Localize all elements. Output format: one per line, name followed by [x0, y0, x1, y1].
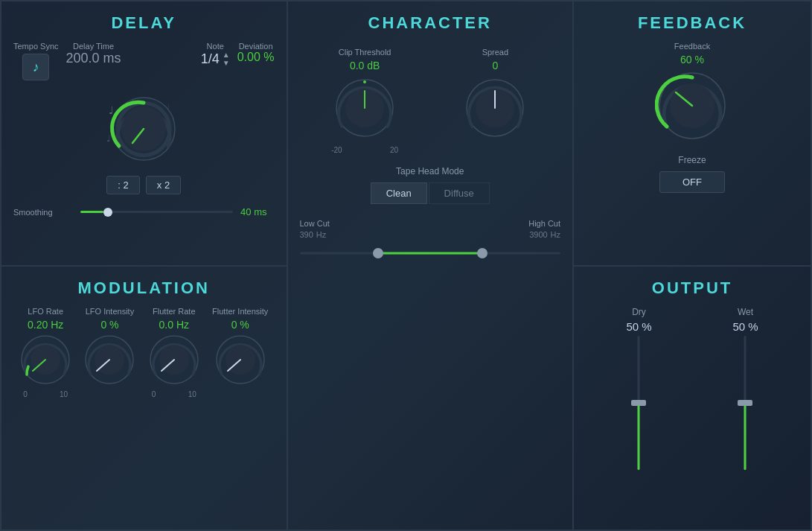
- wet-label: Wet: [738, 307, 753, 317]
- filter-slider[interactable]: [300, 246, 561, 261]
- mode-diffuse-button[interactable]: Diffuse: [429, 182, 490, 204]
- clip-threshold-group: Clip Threshold 0.0 dB -20 20: [331, 48, 398, 154]
- flutter-intensity-label: Flutter Intensity: [212, 307, 268, 316]
- feedback-value: 60 %: [680, 54, 704, 66]
- smoothing-slider[interactable]: [80, 211, 233, 213]
- lfo-intensity-knob[interactable]: [83, 334, 135, 386]
- tape-head-mode: Tape Head Mode Clean Diffuse: [300, 166, 561, 204]
- lfo-scale-max: 10: [60, 390, 68, 398]
- feedback-title: FEEDBACK: [586, 13, 799, 33]
- clip-threshold-label: Clip Threshold: [339, 48, 391, 57]
- modulation-title: MODULATION: [13, 279, 275, 298]
- mod-knobs: LFO Rate 0.20 Hz 0 10 LFO Int: [13, 307, 275, 398]
- deviation-section: Deviation 0.00 %: [237, 42, 275, 64]
- flutter-intensity-value: 0 %: [231, 319, 249, 331]
- lfo-rate-value: 0.20 Hz: [28, 319, 63, 331]
- clip-scale-max: 20: [390, 146, 398, 154]
- lfo-intensity-value: 0 %: [100, 319, 118, 331]
- modulation-panel: MODULATION LFO Rate 0.20 Hz 0 10: [1, 266, 287, 531]
- delay-main: ♩ ♪ ♩ 𝅗𝅥 𝅝 ♩: [13, 88, 275, 170]
- lfo-intensity-label: LFO Intensity: [86, 307, 134, 316]
- flutter-rate-knob[interactable]: [148, 334, 200, 386]
- clip-threshold-value: 0.0 dB: [350, 60, 380, 71]
- spread-label: Spread: [482, 48, 508, 57]
- divide-half-button[interactable]: : 2: [106, 176, 139, 194]
- tempo-sync-label: Tempo Sync: [13, 42, 59, 51]
- smoothing-label: Smoothing: [13, 208, 73, 217]
- delay-top: Tempo Sync ♪ Delay Time 200.0 ms Note 1/…: [13, 42, 275, 80]
- flutter-rate-scale: 0 10: [152, 390, 196, 398]
- high-cut-label: High Cut: [528, 219, 560, 228]
- feedback-knob[interactable]: [655, 69, 729, 143]
- lfo-rate-knob[interactable]: [19, 334, 71, 386]
- high-cut-handle[interactable]: [477, 248, 487, 258]
- plugin-container: DELAY Tempo Sync ♪ Delay Time 200.0 ms N…: [0, 0, 812, 531]
- output-panel: OUTPUT Dry 50 % Wet 50 %: [573, 266, 811, 531]
- low-cut-value: 390 Hz: [300, 228, 330, 240]
- note-arrows[interactable]: ▲▼: [223, 51, 230, 67]
- low-cut-group: Low Cut 390 Hz: [300, 219, 330, 240]
- output-faders: Dry 50 % Wet 50 %: [586, 307, 799, 470]
- delay-knob[interactable]: [103, 88, 185, 170]
- high-cut-value: 3900 Hz: [528, 228, 560, 240]
- tape-head-label: Tape Head Mode: [300, 166, 561, 177]
- note-value: 1/4 ▲▼: [201, 51, 230, 67]
- freeze-button[interactable]: OFF: [659, 171, 725, 193]
- dry-fader-handle[interactable]: [631, 400, 646, 406]
- music-note-icon: ♪: [33, 60, 39, 75]
- wet-fader-group: Wet 50 %: [732, 307, 758, 470]
- spread-knob[interactable]: [461, 74, 528, 142]
- high-cut-group: High Cut 3900 Hz: [528, 219, 560, 240]
- spread-value: 0: [492, 60, 498, 71]
- divide-buttons: : 2 x 2: [13, 176, 275, 194]
- smoothing-value: 40 ms: [240, 206, 266, 217]
- feedback-label: Feedback: [674, 42, 710, 51]
- output-title: OUTPUT: [586, 279, 799, 298]
- clip-scale: -20 20: [331, 146, 398, 154]
- flutter-rate-group: Flutter Rate 0.0 Hz 0 10: [148, 307, 200, 398]
- dry-label: Dry: [632, 307, 646, 317]
- freeze-label: Freeze: [678, 155, 706, 165]
- dry-fader-group: Dry 50 %: [626, 307, 651, 470]
- delay-time-value: 200.0 ms: [66, 51, 121, 66]
- note-section: Note 1/4 ▲▼: [201, 42, 230, 67]
- dry-value: 50 %: [626, 320, 651, 333]
- wet-fader[interactable]: [738, 336, 752, 470]
- deviation-label: Deviation: [239, 42, 273, 51]
- character-panel: CHARACTER Clip Threshold 0.0 dB -20 20: [287, 1, 574, 530]
- tempo-sync-button[interactable]: ♪: [22, 54, 49, 80]
- delay-title: DELAY: [13, 13, 275, 33]
- filter-section: Low Cut 390 Hz High Cut 3900 Hz: [300, 219, 561, 261]
- delay-time-section: Delay Time 200.0 ms: [66, 42, 121, 66]
- multiply-two-button[interactable]: x 2: [146, 176, 181, 194]
- mode-clean-button[interactable]: Clean: [371, 182, 427, 204]
- clip-threshold-knob[interactable]: [331, 74, 398, 142]
- flutter-scale-max: 10: [188, 390, 196, 398]
- wet-fader-handle[interactable]: [738, 400, 752, 406]
- flutter-rate-value: 0.0 Hz: [159, 319, 189, 331]
- low-cut-handle[interactable]: [373, 248, 383, 258]
- filter-row: Low Cut 390 Hz High Cut 3900 Hz: [300, 219, 561, 240]
- lfo-scale-min: 0: [23, 390, 28, 398]
- flutter-intensity-group: Flutter Intensity 0 %: [212, 307, 268, 386]
- delay-panel: DELAY Tempo Sync ♪ Delay Time 200.0 ms N…: [1, 1, 287, 266]
- character-title: CHARACTER: [300, 13, 561, 33]
- wet-value: 50 %: [732, 320, 758, 333]
- lfo-rate-scale: 0 10: [23, 390, 68, 398]
- flutter-scale-min: 0: [152, 390, 156, 398]
- spread-group: Spread 0: [461, 48, 528, 154]
- feedback-panel: FEEDBACK Feedback 60 % Freeze OFF: [573, 1, 811, 266]
- low-cut-label: Low Cut: [300, 219, 330, 228]
- mode-buttons: Clean Diffuse: [300, 182, 561, 204]
- deviation-value: 0.00 %: [237, 51, 275, 64]
- smoothing-row: Smoothing 40 ms: [13, 206, 275, 217]
- dry-fader[interactable]: [631, 336, 646, 470]
- lfo-intensity-group: LFO Intensity 0 %: [83, 307, 135, 386]
- clip-scale-min: -20: [331, 146, 342, 154]
- note-label: Note: [207, 42, 224, 51]
- flutter-rate-label: Flutter Rate: [153, 307, 195, 316]
- note-number: 1/4: [201, 51, 220, 67]
- lfo-rate-label: LFO Rate: [28, 307, 63, 316]
- flutter-intensity-knob[interactable]: [214, 334, 266, 386]
- freeze-section: Freeze OFF: [586, 155, 799, 193]
